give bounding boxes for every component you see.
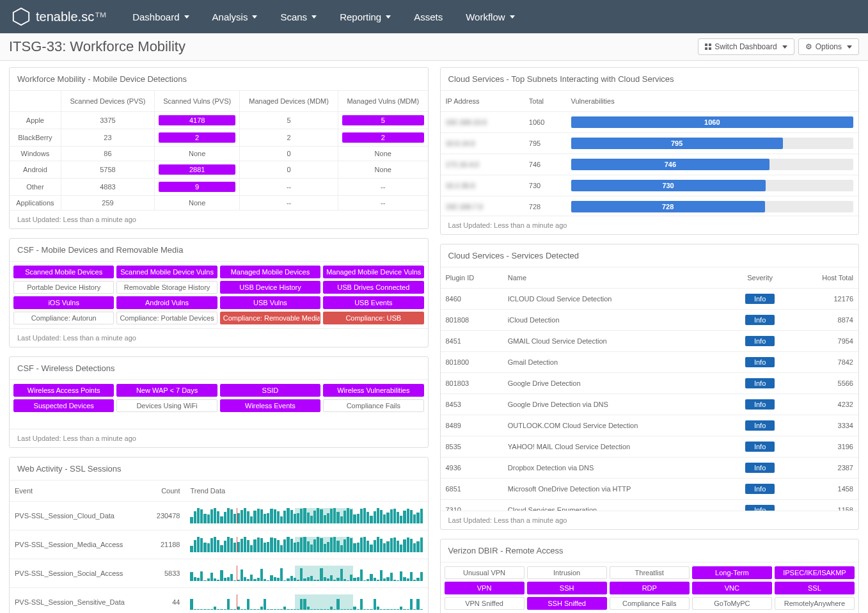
sparkline[interactable] <box>190 508 422 523</box>
nav-analysis[interactable]: Analysis <box>212 12 258 22</box>
chip[interactable]: Compliance Fails <box>323 399 423 412</box>
table-row[interactable]: PVS-SSL_Session_Cloud_Data230478 <box>10 502 428 530</box>
table-row[interactable]: 10.0.14.0795795 <box>441 133 859 154</box>
table-row[interactable]: 8453Google Drive Detection via DNSInfo42… <box>441 394 859 415</box>
chip[interactable]: USB Vulns <box>220 296 320 309</box>
table-row[interactable]: 801800Gmail DetectionInfo7842 <box>441 352 859 373</box>
severity-badge[interactable]: Info <box>745 315 775 325</box>
chip[interactable]: Suspected Devices <box>13 399 114 412</box>
chip[interactable]: RemotelyAnywhere <box>775 597 855 610</box>
switch-dashboard-button[interactable]: Switch Dashboard <box>698 38 794 55</box>
table-row[interactable]: 8451GMAIL Cloud Service DetectionInfo795… <box>441 331 859 352</box>
brand-logo[interactable]: tenable.sc™ <box>12 7 107 26</box>
nav-scans[interactable]: Scans <box>280 12 317 22</box>
chip[interactable]: Managed Mobile Devices <box>220 266 320 278</box>
chip[interactable]: Devices Using WiFi <box>116 399 217 412</box>
chip[interactable]: iOS Vulns <box>13 296 114 309</box>
severity-badge[interactable]: Info <box>745 336 775 346</box>
table-row[interactable]: 4936Dropbox Detection via DNSInfo2387 <box>441 458 859 479</box>
severity-badge[interactable]: Info <box>745 378 775 388</box>
table-row[interactable]: 7310Cloud Services EnumerationInfo1158 <box>441 500 859 511</box>
table-row[interactable]: 8460ICLOUD Cloud Service DetectionInfo12… <box>441 289 859 310</box>
table-row[interactable]: 10.2.30.0730730 <box>441 175 859 196</box>
table-row[interactable]: 801803Google Drive DetectionInfo5566 <box>441 373 859 394</box>
chip[interactable]: Long-Term <box>692 566 772 579</box>
chip[interactable]: SSID <box>220 384 320 397</box>
severity-badge[interactable]: Info <box>745 442 775 452</box>
chip[interactable]: Scanned Mobile Device Vulns <box>116 266 217 278</box>
table-row[interactable]: 8489OUTLOOK.COM Cloud Service DetectionI… <box>441 415 859 436</box>
table-row[interactable]: PVS-SSL_Session_Media_Access21188 <box>10 530 428 559</box>
panel-ssl-sessions: Web Activity - SSL Sessions EventCountTr… <box>9 457 429 613</box>
severity-badge[interactable]: Info <box>745 484 775 494</box>
severity-badge[interactable]: Info <box>745 357 775 367</box>
chip[interactable]: Compliance: Autorun <box>13 312 114 324</box>
chip[interactable]: IPSEC/IKE/ISAKMP <box>775 566 855 579</box>
severity-badge[interactable]: Info <box>745 463 775 473</box>
chip[interactable]: VNC <box>692 582 772 594</box>
chip[interactable]: USB Drives Connected <box>323 281 423 294</box>
subnets-table: IP AddressTotalVulnerabilities192.168.10… <box>441 91 859 216</box>
chip[interactable]: SSH <box>527 582 607 594</box>
nav-assets[interactable]: Assets <box>414 12 443 22</box>
nav-dashboard[interactable]: Dashboard <box>132 12 189 22</box>
sparkline[interactable] <box>190 566 422 581</box>
chip[interactable]: Unusual VPN <box>445 566 525 579</box>
chip[interactable]: Compliance: Removable Media <box>220 312 320 324</box>
severity-badge[interactable]: Info <box>745 420 775 431</box>
chip[interactable]: VPN Sniffed <box>445 597 525 610</box>
table-row[interactable]: 172.16.4.0746746 <box>441 154 859 175</box>
table-row[interactable]: Applications259None---- <box>10 196 428 211</box>
table-row[interactable]: Windows86None0None <box>10 147 428 161</box>
chip[interactable]: USB Events <box>323 296 423 309</box>
subheader: ITSG-33: Workforce Mobility Switch Dashb… <box>0 33 868 61</box>
chip[interactable]: Threatlist <box>610 566 690 579</box>
table-row[interactable]: Apple3375417855 <box>10 112 428 129</box>
chip[interactable]: Portable Device History <box>13 281 114 294</box>
table-row[interactable]: 801808iCloud DetectionInfo8874 <box>441 310 859 331</box>
table-row[interactable]: PVS-SSL_Session_Social_Access5833 <box>10 559 428 588</box>
nav-workflow[interactable]: Workflow <box>466 12 514 22</box>
panel-title: CSF - Mobile Devices and Removable Media <box>10 239 428 262</box>
chip[interactable]: RDP <box>610 582 690 594</box>
table-row[interactable]: 6851Microsoft OneDrive Detection via HTT… <box>441 479 859 500</box>
table-row[interactable]: Other48839---- <box>10 179 428 196</box>
chip[interactable]: USB Device History <box>220 281 320 294</box>
chip[interactable]: Compliance: Portable Devices <box>116 312 217 324</box>
csf-mobile-chips: Scanned Mobile DevicesScanned Mobile Dev… <box>10 262 428 328</box>
mobile-detections-table: Scanned Devices (PVS)Scanned Vulns (PVS)… <box>10 91 428 210</box>
sparkline[interactable] <box>190 537 422 552</box>
table-row[interactable]: Android575828810None <box>10 161 428 179</box>
chip[interactable]: Compliance: USB <box>323 312 423 324</box>
chip[interactable]: SSH Sniffed <box>527 597 607 610</box>
chip[interactable]: Android Vulns <box>116 296 217 309</box>
chip[interactable]: New WAP < 7 Days <box>116 384 217 397</box>
dbir-chips: Unusual VPNIntrusionThreatlistLong-TermI… <box>441 562 859 613</box>
chip[interactable]: Managed Mobile Device Vulns <box>323 266 423 278</box>
severity-badge[interactable]: Info <box>745 399 775 410</box>
sparkline[interactable] <box>190 594 422 610</box>
nav-reporting[interactable]: Reporting <box>340 12 391 22</box>
chip[interactable]: VPN <box>445 582 525 594</box>
chip[interactable]: GoToMyPC <box>692 597 772 610</box>
chip[interactable]: Wireless Access Points <box>13 384 114 397</box>
severity-badge[interactable]: Info <box>745 505 775 511</box>
chip[interactable]: Compliance Fails <box>610 597 690 610</box>
table-row[interactable]: 192.168.7.0728728 <box>441 196 859 216</box>
gear-icon <box>805 42 812 51</box>
chip[interactable]: Scanned Mobile Devices <box>13 266 114 278</box>
table-row[interactable]: 192.168.10.010601060 <box>441 112 859 133</box>
chip[interactable]: Wireless Vulnerabilities <box>323 384 423 397</box>
panel-title: Web Activity - SSL Sessions <box>10 458 428 481</box>
services-table: Plugin IDNameSeverityHost Total8460ICLOU… <box>441 267 859 511</box>
table-row[interactable]: 8535YAHOO! MAIL Cloud Service DetectionI… <box>441 436 859 458</box>
panel-title: Cloud Services - Services Detected <box>441 244 859 267</box>
chip[interactable]: SSL <box>775 582 855 594</box>
chip[interactable]: Wireless Events <box>220 399 320 412</box>
table-row[interactable]: BlackBerry23222 <box>10 129 428 147</box>
options-button[interactable]: Options <box>798 38 859 55</box>
chip[interactable]: Removable Storage History <box>116 281 217 294</box>
table-row[interactable]: PVS-SSL_Session_Sensitive_Data44 <box>10 588 428 614</box>
chip[interactable]: Intrusion <box>527 566 607 579</box>
severity-badge[interactable]: Info <box>745 294 775 304</box>
